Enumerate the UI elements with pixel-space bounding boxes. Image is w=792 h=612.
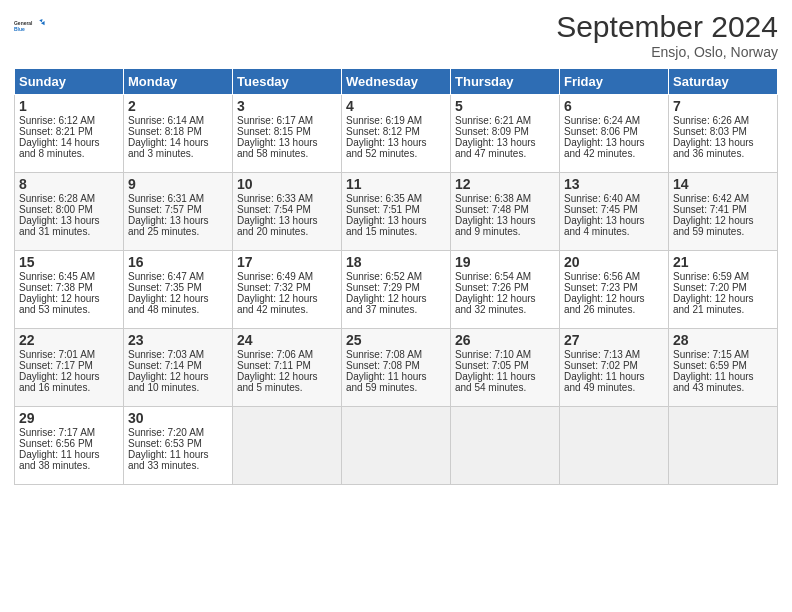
location: Ensjo, Oslo, Norway bbox=[556, 44, 778, 60]
calendar-cell: 11 Sunrise: 6:35 AM Sunset: 7:51 PM Dayl… bbox=[342, 173, 451, 251]
sunrise: Sunrise: 7:03 AM bbox=[128, 349, 204, 360]
calendar-cell: 3 Sunrise: 6:17 AM Sunset: 8:15 PM Dayli… bbox=[233, 95, 342, 173]
daylight: Daylight: 12 hours and 26 minutes. bbox=[564, 293, 645, 315]
sunset: Sunset: 8:09 PM bbox=[455, 126, 529, 137]
calendar-week-4: 22 Sunrise: 7:01 AM Sunset: 7:17 PM Dayl… bbox=[15, 329, 778, 407]
sunset: Sunset: 7:26 PM bbox=[455, 282, 529, 293]
daylight: Daylight: 13 hours and 20 minutes. bbox=[237, 215, 318, 237]
sunset: Sunset: 7:29 PM bbox=[346, 282, 420, 293]
calendar-cell: 5 Sunrise: 6:21 AM Sunset: 8:09 PM Dayli… bbox=[451, 95, 560, 173]
calendar-cell: 15 Sunrise: 6:45 AM Sunset: 7:38 PM Dayl… bbox=[15, 251, 124, 329]
day-number: 18 bbox=[346, 254, 446, 270]
day-number: 3 bbox=[237, 98, 337, 114]
sunset: Sunset: 7:54 PM bbox=[237, 204, 311, 215]
daylight: Daylight: 13 hours and 42 minutes. bbox=[564, 137, 645, 159]
col-sunday: Sunday bbox=[15, 69, 124, 95]
sunrise: Sunrise: 7:06 AM bbox=[237, 349, 313, 360]
sunset: Sunset: 8:12 PM bbox=[346, 126, 420, 137]
sunset: Sunset: 7:38 PM bbox=[19, 282, 93, 293]
sunrise: Sunrise: 6:40 AM bbox=[564, 193, 640, 204]
daylight: Daylight: 11 hours and 43 minutes. bbox=[673, 371, 754, 393]
sunset: Sunset: 8:18 PM bbox=[128, 126, 202, 137]
sunrise: Sunrise: 6:21 AM bbox=[455, 115, 531, 126]
daylight: Daylight: 13 hours and 9 minutes. bbox=[455, 215, 536, 237]
sunset: Sunset: 7:05 PM bbox=[455, 360, 529, 371]
sunset: Sunset: 7:57 PM bbox=[128, 204, 202, 215]
calendar-cell bbox=[233, 407, 342, 485]
sunrise: Sunrise: 7:15 AM bbox=[673, 349, 749, 360]
day-number: 2 bbox=[128, 98, 228, 114]
sunrise: Sunrise: 7:08 AM bbox=[346, 349, 422, 360]
calendar-cell: 28 Sunrise: 7:15 AM Sunset: 6:59 PM Dayl… bbox=[669, 329, 778, 407]
col-monday: Monday bbox=[124, 69, 233, 95]
sunset: Sunset: 6:59 PM bbox=[673, 360, 747, 371]
sunrise: Sunrise: 6:45 AM bbox=[19, 271, 95, 282]
sunrise: Sunrise: 6:52 AM bbox=[346, 271, 422, 282]
logo-icon: General Blue bbox=[14, 10, 46, 42]
sunrise: Sunrise: 6:26 AM bbox=[673, 115, 749, 126]
col-wednesday: Wednesday bbox=[342, 69, 451, 95]
sunset: Sunset: 7:51 PM bbox=[346, 204, 420, 215]
sunset: Sunset: 7:20 PM bbox=[673, 282, 747, 293]
calendar-week-2: 8 Sunrise: 6:28 AM Sunset: 8:00 PM Dayli… bbox=[15, 173, 778, 251]
day-number: 29 bbox=[19, 410, 119, 426]
sunrise: Sunrise: 6:35 AM bbox=[346, 193, 422, 204]
sunrise: Sunrise: 6:59 AM bbox=[673, 271, 749, 282]
daylight: Daylight: 13 hours and 58 minutes. bbox=[237, 137, 318, 159]
col-saturday: Saturday bbox=[669, 69, 778, 95]
sunset: Sunset: 7:08 PM bbox=[346, 360, 420, 371]
calendar-cell: 22 Sunrise: 7:01 AM Sunset: 7:17 PM Dayl… bbox=[15, 329, 124, 407]
header: General Blue September 2024 Ensjo, Oslo,… bbox=[14, 10, 778, 60]
daylight: Daylight: 12 hours and 32 minutes. bbox=[455, 293, 536, 315]
daylight: Daylight: 11 hours and 33 minutes. bbox=[128, 449, 209, 471]
calendar-cell: 14 Sunrise: 6:42 AM Sunset: 7:41 PM Dayl… bbox=[669, 173, 778, 251]
calendar-cell bbox=[669, 407, 778, 485]
daylight: Daylight: 12 hours and 21 minutes. bbox=[673, 293, 754, 315]
calendar-cell: 29 Sunrise: 7:17 AM Sunset: 6:56 PM Dayl… bbox=[15, 407, 124, 485]
daylight: Daylight: 12 hours and 10 minutes. bbox=[128, 371, 209, 393]
col-tuesday: Tuesday bbox=[233, 69, 342, 95]
sunrise: Sunrise: 6:28 AM bbox=[19, 193, 95, 204]
sunset: Sunset: 8:03 PM bbox=[673, 126, 747, 137]
sunset: Sunset: 7:23 PM bbox=[564, 282, 638, 293]
calendar-cell: 13 Sunrise: 6:40 AM Sunset: 7:45 PM Dayl… bbox=[560, 173, 669, 251]
calendar-cell: 30 Sunrise: 7:20 AM Sunset: 6:53 PM Dayl… bbox=[124, 407, 233, 485]
day-number: 27 bbox=[564, 332, 664, 348]
calendar-cell: 8 Sunrise: 6:28 AM Sunset: 8:00 PM Dayli… bbox=[15, 173, 124, 251]
calendar-cell bbox=[560, 407, 669, 485]
calendar-cell: 4 Sunrise: 6:19 AM Sunset: 8:12 PM Dayli… bbox=[342, 95, 451, 173]
sunrise: Sunrise: 6:47 AM bbox=[128, 271, 204, 282]
day-number: 13 bbox=[564, 176, 664, 192]
sunrise: Sunrise: 7:01 AM bbox=[19, 349, 95, 360]
daylight: Daylight: 12 hours and 37 minutes. bbox=[346, 293, 427, 315]
calendar-week-3: 15 Sunrise: 6:45 AM Sunset: 7:38 PM Dayl… bbox=[15, 251, 778, 329]
sunrise: Sunrise: 6:24 AM bbox=[564, 115, 640, 126]
day-number: 16 bbox=[128, 254, 228, 270]
sunset: Sunset: 8:15 PM bbox=[237, 126, 311, 137]
day-number: 28 bbox=[673, 332, 773, 348]
daylight: Daylight: 11 hours and 54 minutes. bbox=[455, 371, 536, 393]
sunset: Sunset: 6:56 PM bbox=[19, 438, 93, 449]
title-block: September 2024 Ensjo, Oslo, Norway bbox=[556, 10, 778, 60]
calendar-cell: 18 Sunrise: 6:52 AM Sunset: 7:29 PM Dayl… bbox=[342, 251, 451, 329]
daylight: Daylight: 12 hours and 16 minutes. bbox=[19, 371, 100, 393]
calendar-cell: 16 Sunrise: 6:47 AM Sunset: 7:35 PM Dayl… bbox=[124, 251, 233, 329]
logo: General Blue bbox=[14, 10, 46, 42]
day-number: 5 bbox=[455, 98, 555, 114]
sunrise: Sunrise: 6:31 AM bbox=[128, 193, 204, 204]
svg-text:Blue: Blue bbox=[14, 27, 25, 32]
daylight: Daylight: 13 hours and 47 minutes. bbox=[455, 137, 536, 159]
sunrise: Sunrise: 6:14 AM bbox=[128, 115, 204, 126]
sunset: Sunset: 7:11 PM bbox=[237, 360, 311, 371]
day-number: 6 bbox=[564, 98, 664, 114]
calendar-cell: 9 Sunrise: 6:31 AM Sunset: 7:57 PM Dayli… bbox=[124, 173, 233, 251]
day-number: 21 bbox=[673, 254, 773, 270]
daylight: Daylight: 14 hours and 8 minutes. bbox=[19, 137, 100, 159]
daylight: Daylight: 13 hours and 36 minutes. bbox=[673, 137, 754, 159]
day-number: 15 bbox=[19, 254, 119, 270]
sunrise: Sunrise: 6:42 AM bbox=[673, 193, 749, 204]
calendar-cell: 12 Sunrise: 6:38 AM Sunset: 7:48 PM Dayl… bbox=[451, 173, 560, 251]
daylight: Daylight: 13 hours and 31 minutes. bbox=[19, 215, 100, 237]
calendar-cell bbox=[342, 407, 451, 485]
daylight: Daylight: 12 hours and 48 minutes. bbox=[128, 293, 209, 315]
